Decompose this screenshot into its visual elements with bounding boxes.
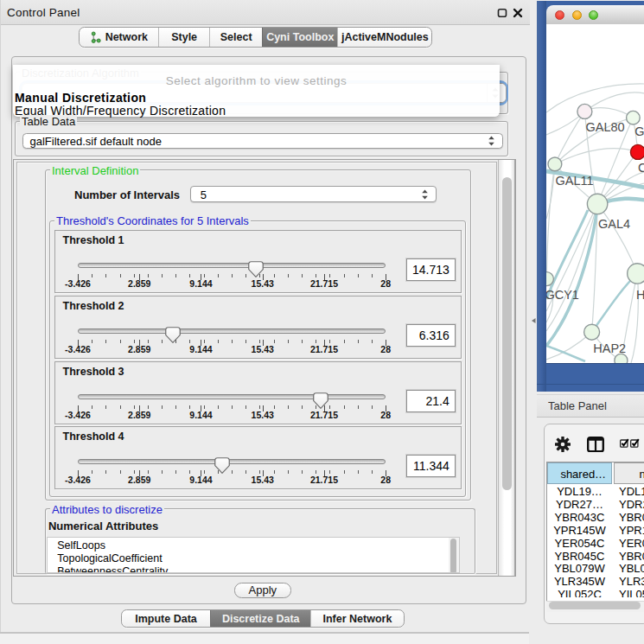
svg-text:HAP2: HAP2 <box>593 341 626 355</box>
svg-text:C: C <box>637 161 643 175</box>
svg-text:GCY1: GCY1 <box>546 288 579 302</box>
svg-text:GAL4: GAL4 <box>598 217 630 231</box>
svg-text:GA: GA <box>634 124 644 138</box>
svg-text:GAL80: GAL80 <box>585 120 624 134</box>
svg-text:GAL11: GAL11 <box>555 174 593 188</box>
svg-text:H: H <box>636 288 644 302</box>
